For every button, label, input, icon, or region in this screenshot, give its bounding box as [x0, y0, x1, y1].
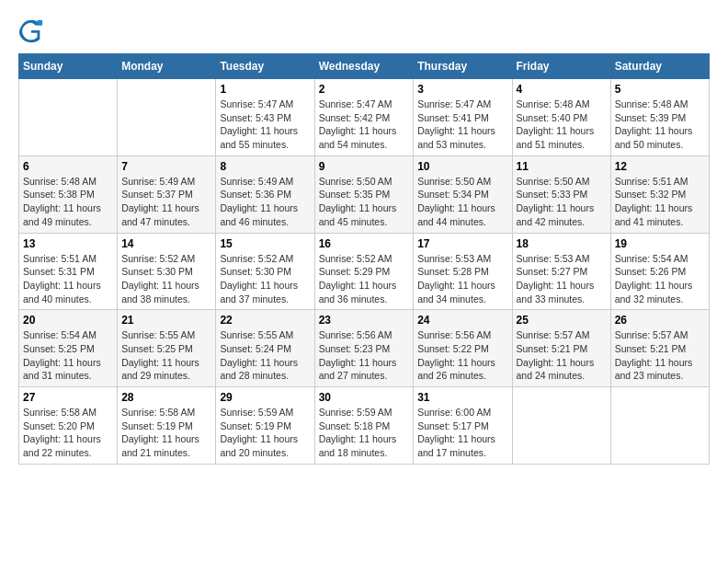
day-info: Sunrise: 5:59 AMSunset: 5:19 PMDaylight:…: [220, 406, 310, 460]
calendar-cell: 23Sunrise: 5:56 AMSunset: 5:23 PMDayligh…: [314, 310, 414, 387]
day-info: Sunrise: 5:49 AMSunset: 5:37 PMDaylight:…: [121, 175, 211, 229]
day-info: Sunrise: 5:50 AMSunset: 5:35 PMDaylight:…: [319, 175, 410, 229]
calendar-header-sunday: Sunday: [19, 54, 118, 79]
calendar-cell: 27Sunrise: 5:58 AMSunset: 5:20 PMDayligh…: [19, 387, 118, 465]
day-number: 1: [220, 83, 310, 96]
calendar-cell: 15Sunrise: 5:52 AMSunset: 5:30 PMDayligh…: [216, 233, 314, 310]
day-number: 9: [319, 160, 410, 173]
calendar-cell: [19, 79, 118, 156]
calendar-cell: 20Sunrise: 5:54 AMSunset: 5:25 PMDayligh…: [19, 310, 118, 387]
day-info: Sunrise: 5:51 AMSunset: 5:31 PMDaylight:…: [23, 252, 113, 306]
day-number: 11: [517, 160, 607, 173]
day-info: Sunrise: 5:50 AMSunset: 5:33 PMDaylight:…: [517, 175, 607, 229]
day-info: Sunrise: 5:52 AMSunset: 5:29 PMDaylight:…: [319, 252, 410, 306]
calendar-cell: 30Sunrise: 5:59 AMSunset: 5:18 PMDayligh…: [314, 387, 414, 465]
day-info: Sunrise: 5:47 AMSunset: 5:42 PMDaylight:…: [319, 98, 410, 152]
day-info: Sunrise: 5:57 AMSunset: 5:21 PMDaylight:…: [615, 328, 705, 383]
day-info: Sunrise: 5:56 AMSunset: 5:23 PMDaylight:…: [319, 328, 410, 383]
day-info: Sunrise: 5:48 AMSunset: 5:39 PMDaylight:…: [615, 98, 705, 152]
day-number: 16: [319, 237, 410, 250]
calendar-cell: 17Sunrise: 5:53 AMSunset: 5:28 PMDayligh…: [414, 233, 512, 310]
day-number: 28: [121, 391, 211, 404]
day-info: Sunrise: 5:58 AMSunset: 5:19 PMDaylight:…: [121, 406, 211, 460]
day-number: 18: [517, 237, 607, 250]
day-number: 22: [220, 314, 310, 327]
day-info: Sunrise: 5:52 AMSunset: 5:30 PMDaylight:…: [121, 252, 211, 306]
day-info: Sunrise: 5:56 AMSunset: 5:22 PMDaylight:…: [417, 328, 507, 383]
day-number: 26: [615, 314, 705, 327]
calendar-week-row: 27Sunrise: 5:58 AMSunset: 5:20 PMDayligh…: [19, 387, 710, 465]
calendar-cell: 26Sunrise: 5:57 AMSunset: 5:21 PMDayligh…: [610, 310, 709, 387]
calendar-week-row: 20Sunrise: 5:54 AMSunset: 5:25 PMDayligh…: [19, 310, 710, 387]
day-number: 24: [417, 314, 507, 327]
day-number: 29: [220, 391, 310, 404]
calendar-cell: 9Sunrise: 5:50 AMSunset: 5:35 PMDaylight…: [314, 155, 414, 233]
day-info: Sunrise: 5:53 AMSunset: 5:27 PMDaylight:…: [517, 252, 607, 306]
calendar-header-saturday: Saturday: [610, 54, 709, 79]
day-info: Sunrise: 5:55 AMSunset: 5:25 PMDaylight:…: [121, 328, 211, 383]
calendar-cell: 31Sunrise: 6:00 AMSunset: 5:17 PMDayligh…: [414, 387, 512, 465]
calendar-week-row: 13Sunrise: 5:51 AMSunset: 5:31 PMDayligh…: [19, 233, 710, 310]
day-number: 23: [319, 314, 410, 327]
day-info: Sunrise: 5:47 AMSunset: 5:41 PMDaylight:…: [417, 98, 507, 152]
day-number: 6: [23, 160, 113, 173]
calendar-week-row: 6Sunrise: 5:48 AMSunset: 5:38 PMDaylight…: [19, 155, 710, 233]
calendar-cell: 25Sunrise: 5:57 AMSunset: 5:21 PMDayligh…: [512, 310, 610, 387]
calendar-cell: 16Sunrise: 5:52 AMSunset: 5:29 PMDayligh…: [314, 233, 414, 310]
calendar-cell: 3Sunrise: 5:47 AMSunset: 5:41 PMDaylight…: [414, 79, 512, 156]
day-info: Sunrise: 5:59 AMSunset: 5:18 PMDaylight:…: [319, 406, 410, 460]
day-number: 15: [220, 237, 310, 250]
day-info: Sunrise: 5:55 AMSunset: 5:24 PMDaylight:…: [220, 328, 310, 383]
day-info: Sunrise: 5:48 AMSunset: 5:40 PMDaylight:…: [517, 98, 607, 152]
day-number: 12: [615, 160, 705, 173]
day-info: Sunrise: 5:48 AMSunset: 5:38 PMDaylight:…: [23, 175, 113, 229]
calendar-cell: 4Sunrise: 5:48 AMSunset: 5:40 PMDaylight…: [512, 79, 610, 156]
day-number: 2: [319, 83, 410, 96]
day-info: Sunrise: 5:50 AMSunset: 5:34 PMDaylight:…: [417, 175, 507, 229]
calendar-cell: [118, 79, 216, 156]
day-number: 21: [121, 314, 211, 327]
day-info: Sunrise: 5:58 AMSunset: 5:20 PMDaylight:…: [23, 406, 113, 460]
calendar-cell: 2Sunrise: 5:47 AMSunset: 5:42 PMDaylight…: [314, 79, 414, 156]
day-number: 25: [517, 314, 607, 327]
day-number: 3: [417, 83, 507, 96]
day-info: Sunrise: 5:57 AMSunset: 5:21 PMDaylight:…: [517, 328, 607, 383]
calendar-cell: 12Sunrise: 5:51 AMSunset: 5:32 PMDayligh…: [610, 155, 709, 233]
logo: [18, 18, 48, 44]
calendar-cell: 1Sunrise: 5:47 AMSunset: 5:43 PMDaylight…: [216, 79, 314, 156]
calendar-cell: 19Sunrise: 5:54 AMSunset: 5:26 PMDayligh…: [610, 233, 709, 310]
day-number: 4: [517, 83, 607, 96]
day-number: 10: [417, 160, 507, 173]
calendar-week-row: 1Sunrise: 5:47 AMSunset: 5:43 PMDaylight…: [19, 79, 710, 156]
day-info: Sunrise: 5:53 AMSunset: 5:28 PMDaylight:…: [417, 252, 507, 306]
calendar-cell: 13Sunrise: 5:51 AMSunset: 5:31 PMDayligh…: [19, 233, 118, 310]
day-number: 5: [615, 83, 705, 96]
calendar-cell: [512, 387, 610, 465]
calendar-cell: 29Sunrise: 5:59 AMSunset: 5:19 PMDayligh…: [216, 387, 314, 465]
calendar-cell: 5Sunrise: 5:48 AMSunset: 5:39 PMDaylight…: [610, 79, 709, 156]
day-number: 30: [319, 391, 410, 404]
day-info: Sunrise: 5:47 AMSunset: 5:43 PMDaylight:…: [220, 98, 310, 152]
calendar-header-monday: Monday: [118, 54, 216, 79]
day-number: 31: [417, 391, 507, 404]
general-blue-logo-icon: [18, 18, 44, 44]
calendar-cell: 18Sunrise: 5:53 AMSunset: 5:27 PMDayligh…: [512, 233, 610, 310]
day-number: 13: [23, 237, 113, 250]
calendar-cell: [610, 387, 709, 465]
day-number: 27: [23, 391, 113, 404]
day-number: 14: [121, 237, 211, 250]
calendar-header-tuesday: Tuesday: [216, 54, 314, 79]
calendar-header-friday: Friday: [512, 54, 610, 79]
day-info: Sunrise: 5:54 AMSunset: 5:25 PMDaylight:…: [23, 328, 113, 383]
day-number: 7: [121, 160, 211, 173]
calendar-header-row: SundayMondayTuesdayWednesdayThursdayFrid…: [19, 54, 710, 79]
calendar-header-thursday: Thursday: [414, 54, 512, 79]
calendar-cell: 11Sunrise: 5:50 AMSunset: 5:33 PMDayligh…: [512, 155, 610, 233]
day-number: 20: [23, 314, 113, 327]
calendar-cell: 21Sunrise: 5:55 AMSunset: 5:25 PMDayligh…: [118, 310, 216, 387]
calendar-cell: 10Sunrise: 5:50 AMSunset: 5:34 PMDayligh…: [414, 155, 512, 233]
day-number: 17: [417, 237, 507, 250]
day-info: Sunrise: 5:54 AMSunset: 5:26 PMDaylight:…: [615, 252, 705, 306]
day-info: Sunrise: 5:52 AMSunset: 5:30 PMDaylight:…: [220, 252, 310, 306]
calendar-cell: 24Sunrise: 5:56 AMSunset: 5:22 PMDayligh…: [414, 310, 512, 387]
